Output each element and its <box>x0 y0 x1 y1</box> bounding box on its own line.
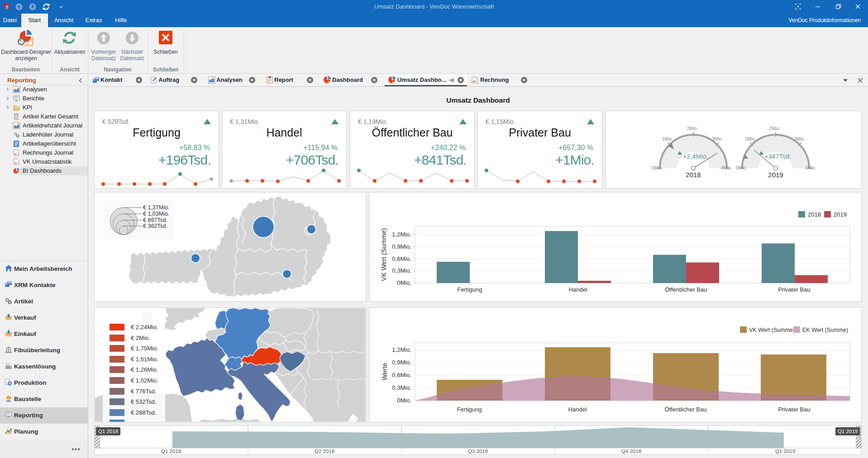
svg-text:1Mio.: 1Mio. <box>745 137 756 142</box>
svg-text:€ 1,75Mio.: € 1,75Mio. <box>131 345 158 352</box>
svg-text:0,6Mio.: 0,6Mio. <box>392 255 411 262</box>
svg-text:2019: 2019 <box>834 211 847 218</box>
svg-text:0,9Mio.: 0,9Mio. <box>392 243 411 250</box>
svg-text:€ 2,24Mio.: € 2,24Mio. <box>131 324 158 331</box>
svg-text:Q4 2018: Q4 2018 <box>621 449 641 454</box>
svg-text:0,6Mio.: 0,6Mio. <box>392 372 411 378</box>
svg-text:Privater Bau: Privater Bau <box>778 406 811 413</box>
svg-text:€ 2Mio.: € 2Mio. <box>131 335 150 341</box>
svg-text:€ 288Tsd.: € 288Tsd. <box>131 409 156 416</box>
svg-text:€ 1,37Mio.: € 1,37Mio. <box>143 204 169 211</box>
svg-text:Q1 2019: Q1 2019 <box>775 449 795 454</box>
svg-text:VK Wert (Summe): VK Wert (Summe) <box>749 327 795 333</box>
svg-text:€ 532Tsd.: € 532Tsd. <box>131 398 156 405</box>
svg-text:2019: 2019 <box>768 171 783 179</box>
svg-text:2Mio.: 2Mio. <box>687 126 698 131</box>
svg-text:Fertigung: Fertigung <box>457 406 482 413</box>
svg-text:€ 362Tsd.: € 362Tsd. <box>143 223 167 229</box>
svg-text:VK Wert (Summe): VK Wert (Summe) <box>380 228 387 281</box>
svg-text:3Mio.: 3Mio. <box>712 137 723 142</box>
svg-text:Q1 2018: Q1 2018 <box>161 449 181 454</box>
svg-text:Privater Bau: Privater Bau <box>778 286 811 293</box>
svg-text:0Mio.: 0Mio. <box>736 165 747 170</box>
svg-text:2018: 2018 <box>808 211 821 218</box>
svg-text:Q1 2019: Q1 2019 <box>838 429 858 434</box>
svg-text:€ 1,26Mio.: € 1,26Mio. <box>131 366 158 373</box>
svg-text:4Mio.: 4Mio. <box>721 165 732 170</box>
svg-text:Q1 2018: Q1 2018 <box>98 429 118 434</box>
svg-text:Q2 2018: Q2 2018 <box>315 449 334 454</box>
svg-text:€ 776Tsd.: € 776Tsd. <box>131 388 156 395</box>
svg-text:3Mio.: 3Mio. <box>794 137 805 142</box>
svg-text:2Mio.: 2Mio. <box>769 126 780 131</box>
svg-text:0Mio.: 0Mio. <box>397 397 411 404</box>
svg-text:€ 697Tsd.: € 697Tsd. <box>143 217 167 223</box>
svg-text:Handel: Handel <box>568 406 587 413</box>
svg-text:1,2Mio.: 1,2Mio. <box>392 346 411 353</box>
svg-text:1,2Mio.: 1,2Mio. <box>392 231 411 238</box>
svg-text:Öffentlicher Bau: Öffentlicher Bau <box>665 406 707 413</box>
svg-text:Öffentlicher Bau: Öffentlicher Bau <box>665 286 707 293</box>
svg-text:€ 1,51Mio.: € 1,51Mio. <box>131 356 158 363</box>
svg-text:+347Tsd.: +347Tsd. <box>764 153 791 160</box>
svg-text:Werte: Werte <box>381 363 388 380</box>
svg-text:4Mio.: 4Mio. <box>805 165 816 170</box>
svg-text:Fertigung: Fertigung <box>458 286 482 293</box>
svg-text:0,3Mio.: 0,3Mio. <box>392 384 411 391</box>
svg-text:Handel: Handel <box>568 286 587 293</box>
svg-text:€ 1,02Mio.: € 1,02Mio. <box>131 377 158 384</box>
svg-text:+2,4Mio.: +2,4Mio. <box>683 153 708 160</box>
svg-text:2018: 2018 <box>686 171 701 179</box>
svg-text:0Mio.: 0Mio. <box>397 279 411 286</box>
svg-text:0Mio.: 0Mio. <box>652 165 663 170</box>
svg-text:1Mio.: 1Mio. <box>662 137 673 142</box>
svg-text:0,3Mio.: 0,3Mio. <box>392 267 411 274</box>
svg-text:Q3 2018: Q3 2018 <box>468 449 488 454</box>
svg-text:0,9Mio.: 0,9Mio. <box>392 359 411 366</box>
svg-text:€ 1,03Mio.: € 1,03Mio. <box>143 211 169 217</box>
svg-text:EK Wert (Summe): EK Wert (Summe) <box>802 327 848 333</box>
